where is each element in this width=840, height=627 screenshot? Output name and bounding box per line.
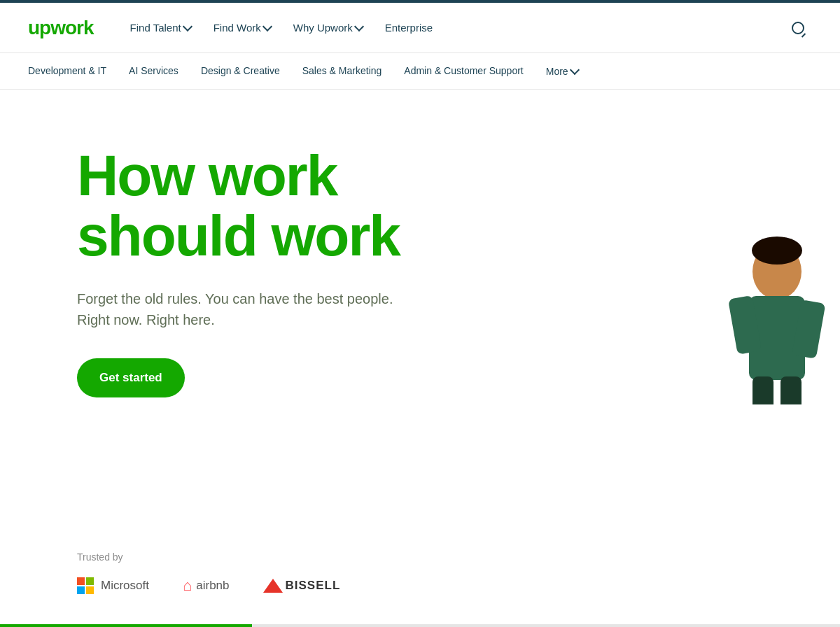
hero-illustration	[714, 230, 840, 404]
airbnb-symbol-icon: ⌂	[183, 577, 192, 595]
microsoft-text: Microsoft	[101, 579, 149, 593]
microsoft-grid-icon	[77, 577, 94, 594]
nav-right	[784, 14, 812, 42]
category-admin-support[interactable]: Admin & Customer Support	[393, 55, 534, 87]
hero-headline: How work should work	[77, 146, 567, 266]
find-talent-chevron-icon	[183, 22, 192, 31]
search-button[interactable]	[784, 14, 812, 42]
more-chevron-icon	[570, 65, 580, 75]
why-upwork-label: Why Upwork	[293, 22, 353, 34]
find-work-chevron-icon	[262, 22, 272, 31]
svg-rect-5	[780, 376, 802, 404]
nav-links: Find Talent Find Work Why Upwork Enterpr…	[122, 16, 784, 39]
find-work-label: Find Work	[214, 22, 261, 34]
why-upwork-nav[interactable]: Why Upwork	[285, 16, 371, 39]
category-design-creative[interactable]: Design & Creative	[190, 55, 291, 87]
hero-subtitle: Forget the old rules. You can have the b…	[77, 288, 567, 330]
ms-green-square	[86, 577, 94, 585]
category-ai-services[interactable]: AI Services	[118, 55, 190, 87]
ms-red-square	[77, 577, 85, 585]
hero-text: How work should work Forget the old rule…	[77, 146, 567, 397]
enterprise-label: Enterprise	[385, 22, 433, 34]
bissell-text: BISSELL	[286, 579, 341, 593]
svg-rect-4	[752, 376, 774, 404]
ms-blue-square	[77, 586, 85, 594]
category-sales-marketing[interactable]: Sales & Marketing	[291, 55, 393, 87]
bissell-triangle-icon	[263, 579, 283, 593]
airbnb-text: airbnb	[196, 579, 229, 593]
enterprise-nav[interactable]: Enterprise	[377, 16, 441, 39]
bissell-logo: BISSELL	[263, 579, 341, 593]
ms-yellow-square	[86, 586, 94, 594]
microsoft-logo: Microsoft	[77, 577, 149, 594]
svg-point-6	[752, 237, 802, 265]
trusted-section: Trusted by Microsoft ⌂ airbnb BISSELL	[0, 523, 840, 623]
upwork-logo[interactable]: upwork	[28, 17, 94, 39]
airbnb-logo: ⌂ airbnb	[183, 577, 230, 595]
find-talent-label: Find Talent	[130, 22, 181, 34]
get-started-button[interactable]: Get started	[77, 358, 185, 397]
search-icon	[792, 22, 804, 34]
find-talent-nav[interactable]: Find Talent	[122, 16, 200, 39]
trusted-logos: Microsoft ⌂ airbnb BISSELL	[77, 577, 812, 595]
category-development-it[interactable]: Development & IT	[28, 55, 118, 87]
hero-section: How work should work Forget the old rule…	[0, 90, 840, 523]
trusted-label: Trusted by	[77, 551, 812, 563]
category-more[interactable]: More	[535, 56, 589, 87]
find-work-nav[interactable]: Find Work	[205, 16, 279, 39]
why-upwork-chevron-icon	[354, 22, 364, 31]
category-nav: Development & IT AI Services Design & Cr…	[0, 53, 840, 90]
main-nav: upwork Find Talent Find Work Why Upwork …	[0, 3, 840, 53]
